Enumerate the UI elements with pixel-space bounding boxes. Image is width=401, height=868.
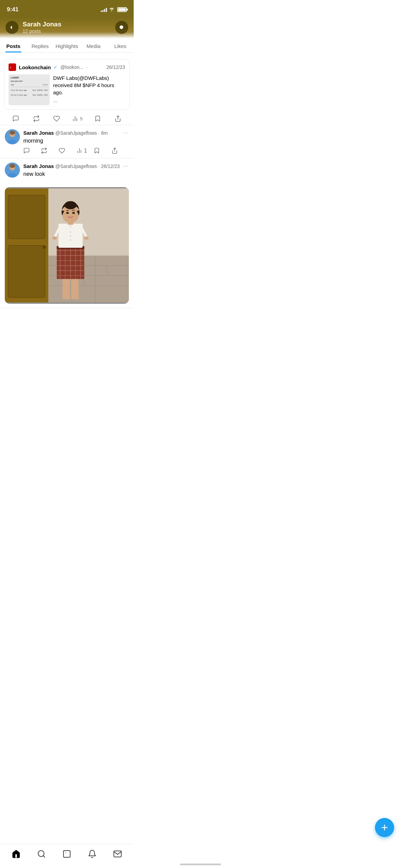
search-button[interactable] — [115, 21, 128, 34]
tab-replies[interactable]: Replies — [27, 38, 53, 52]
retweet-text: DWF Labs(@DWFLabs) received 8M $NFP 4 ho… — [53, 74, 125, 96]
retweet-date: 26/12/23 — [107, 64, 125, 70]
profile-tabs: Posts Replies Highlights Media Likes — [0, 38, 134, 53]
retweet-action-bar: 5 — [0, 112, 134, 125]
retweet-body: LANER 000,000 NFP Age From 4 hrs 31 mins… — [9, 74, 125, 105]
post-author-name-2: Sarah Jonas — [23, 163, 54, 169]
avatar-sarah-1 — [5, 129, 20, 144]
svg-point-0 — [120, 25, 123, 29]
post-retweet-1[interactable] — [41, 147, 58, 154]
wifi-icon — [109, 7, 114, 13]
retweet-account-name: Lookonchain — [19, 64, 51, 70]
tab-media[interactable]: Media — [80, 38, 107, 52]
post-analytics-count-1: 1 — [84, 148, 87, 154]
signal-icon — [101, 7, 107, 12]
share-action[interactable] — [108, 115, 128, 122]
retweet-handle: @lookon... — [60, 64, 83, 70]
tab-highlights[interactable]: Highlights — [53, 38, 80, 52]
like-action[interactable] — [46, 115, 67, 122]
post-like-1[interactable] — [59, 147, 76, 154]
img-data-row2: 4 hrs 31 mins ago Nut: 0x000...000 — [11, 88, 48, 92]
retweet-dot: · — [86, 64, 87, 70]
status-bar: 9:41 — [0, 0, 134, 17]
img-data-row3: 15 hrs 2 mins ago Nut: 0x000...000 — [11, 93, 48, 97]
svg-point-58 — [72, 212, 75, 214]
feed: L Lookonchain ✓ @lookon... · 26/12/23 LA… — [0, 53, 134, 308]
svg-point-53 — [84, 236, 89, 240]
svg-rect-20 — [8, 195, 45, 239]
verified-badge: ✓ — [53, 64, 58, 70]
svg-point-49 — [70, 231, 71, 233]
retweet-header: L Lookonchain ✓ @lookon... · 26/12/23 — [9, 63, 125, 71]
status-icons — [101, 7, 127, 13]
post-handle-2: @SarahJpageflows — [55, 164, 97, 169]
retweet-more: ... — [53, 97, 125, 103]
post-bookmark-1[interactable] — [94, 147, 111, 154]
svg-point-57 — [66, 212, 69, 214]
analytics-count: 5 — [80, 116, 83, 121]
post-more-btn-1[interactable]: ··· — [123, 129, 129, 136]
img-label: LANER — [11, 76, 19, 79]
retweet-logo: L — [9, 63, 16, 71]
post-count: 12 posts — [23, 28, 41, 34]
post-newlook-top: Sarah Jonas @SarahJpageflows · 26/12/23 … — [5, 162, 129, 181]
tab-posts[interactable]: Posts — [0, 38, 27, 52]
post-actions-1: 1 — [23, 147, 129, 154]
status-time: 9:41 — [7, 6, 19, 13]
post-time-1: 8m — [101, 130, 108, 136]
post-newlook: Sarah Jonas @SarahJpageflows · 26/12/23 … — [0, 158, 134, 308]
svg-rect-33 — [62, 277, 70, 299]
img-data-row1: Age From — [11, 84, 48, 87]
svg-point-56 — [64, 201, 76, 209]
svg-text:L: L — [10, 66, 12, 69]
post-share-1[interactable] — [111, 147, 129, 154]
svg-point-17 — [10, 164, 15, 168]
svg-line-1 — [123, 28, 124, 29]
analytics-action[interactable]: 5 — [67, 115, 87, 122]
svg-point-51 — [70, 239, 71, 241]
svg-point-50 — [70, 235, 71, 237]
retweet-action[interactable] — [26, 115, 47, 122]
tab-likes[interactable]: Likes — [107, 38, 134, 52]
post-author-name-1: Sarah Jonas — [23, 130, 54, 136]
profile-title: Sarah Jonas 12 posts — [23, 21, 61, 34]
post-time-2: 26/12/23 — [101, 164, 120, 169]
post-reply-1[interactable] — [23, 147, 41, 154]
avatar-sarah-2 — [5, 162, 20, 178]
profile-name: Sarah Jonas — [23, 21, 61, 28]
reply-action[interactable] — [5, 115, 26, 122]
svg-point-10 — [10, 131, 15, 135]
post-text-newlook: new look — [23, 170, 129, 178]
post-analytics-1[interactable]: 1 — [76, 147, 94, 154]
img-sublabel: 000,000 NFP — [11, 80, 48, 82]
post-more-btn-2[interactable]: ··· — [123, 162, 129, 170]
post-morning: Sarah Jonas @SarahJpageflows · 8m ··· mo… — [0, 125, 134, 158]
svg-point-22 — [43, 245, 46, 249]
svg-point-52 — [52, 236, 57, 240]
bookmark-action[interactable] — [87, 115, 108, 122]
post-content-newlook: Sarah Jonas @SarahJpageflows · 26/12/23 … — [23, 162, 129, 181]
svg-rect-34 — [71, 277, 79, 299]
post-handle-1: @SarahJpageflows — [55, 130, 97, 136]
profile-header: Sarah Jonas 12 posts — [0, 17, 134, 38]
back-button[interactable] — [5, 21, 19, 34]
svg-rect-21 — [8, 245, 45, 298]
post-image-newlook — [5, 187, 129, 304]
retweet-card: L Lookonchain ✓ @lookon... · 26/12/23 LA… — [4, 59, 130, 110]
battery-icon — [117, 7, 127, 12]
header-left: Sarah Jonas 12 posts — [5, 21, 61, 34]
post-content-morning: Sarah Jonas @SarahJpageflows · 8m ··· mo… — [23, 129, 129, 154]
post-text-morning: morning — [23, 137, 129, 145]
retweet-image: LANER 000,000 NFP Age From 4 hrs 31 mins… — [9, 74, 50, 105]
post-header-newlook: Sarah Jonas @SarahJpageflows · 26/12/23 … — [23, 162, 129, 170]
post-header-morning: Sarah Jonas @SarahJpageflows · 8m ··· — [23, 129, 129, 136]
